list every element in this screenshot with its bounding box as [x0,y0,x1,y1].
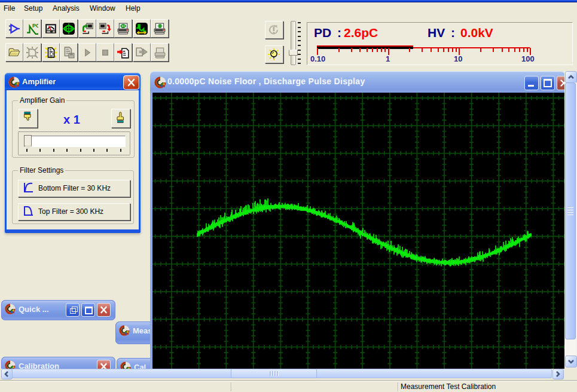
svg-text:PC: PC [32,23,38,29]
